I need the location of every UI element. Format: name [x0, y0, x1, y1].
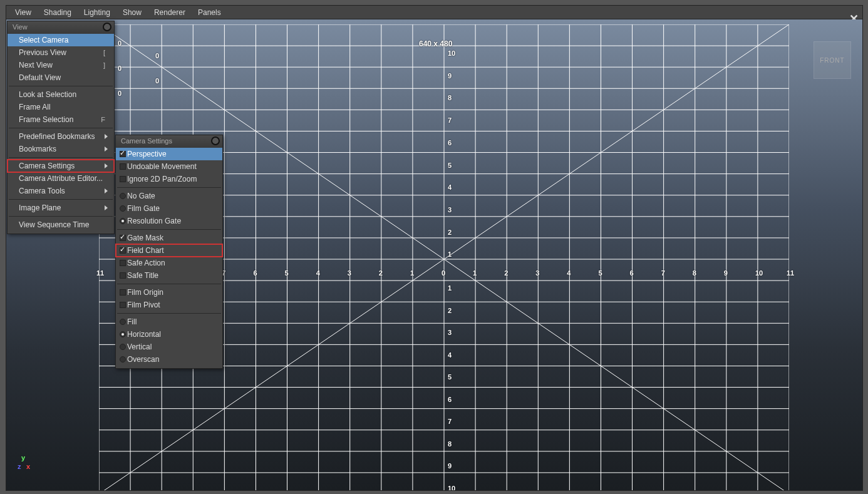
camera-settings-item[interactable]: Field Chart	[116, 244, 222, 257]
field-chart-number: 3	[448, 206, 452, 214]
checkbox-icon	[120, 289, 126, 296]
field-chart-number: 6	[448, 139, 452, 147]
radio-icon	[120, 331, 126, 337]
camera-settings-menu: Camera Settings PerspectiveUndoable Move…	[115, 135, 223, 369]
field-chart-number: 6	[448, 396, 452, 403]
checkbox-icon	[120, 247, 126, 254]
radio-icon	[120, 205, 126, 212]
camera-settings-item[interactable]: Perspective	[116, 148, 222, 160]
menu-item-label: Previous View	[19, 48, 66, 57]
view-menu-item[interactable]: Camera Attribute Editor...	[8, 172, 114, 185]
camera-settings-item[interactable]: Resolution Gate	[116, 215, 222, 227]
field-chart-number: 0	[118, 90, 121, 97]
menubar-item-renderer[interactable]: Renderer	[148, 6, 192, 19]
menu-item-label: Safe Action	[127, 259, 165, 267]
view-menu-item[interactable]: View Sequence Time	[8, 219, 114, 231]
menu-item-label: Field Chart	[127, 246, 164, 255]
field-chart-number: 9	[448, 462, 452, 470]
field-chart-number: 0	[118, 64, 121, 72]
menu-item-label: Undoable Movement	[127, 162, 197, 171]
view-menu-item[interactable]: Bookmarks	[8, 143, 114, 155]
camera-settings-item[interactable]: Overscan	[116, 353, 222, 366]
menu-item-label: Camera Attribute Editor...	[19, 174, 103, 183]
camera-settings-item[interactable]: Fill	[116, 316, 222, 328]
tearoff-pin-icon[interactable]	[103, 23, 111, 31]
menu-item-label: Default View	[19, 73, 61, 82]
camera-settings-item[interactable]: Gate Mask	[116, 232, 222, 244]
field-chart-number: 7	[448, 418, 452, 425]
field-chart-number: 2	[504, 269, 508, 277]
menu-item-label: Camera Settings	[19, 162, 75, 170]
view-menu-item[interactable]: Default View	[8, 71, 114, 84]
viewcube[interactable]: FRONT	[814, 41, 851, 79]
menu-item-label: Horizontal	[127, 330, 161, 339]
submenu-arrow-icon	[105, 205, 108, 210]
menu-item-label: Image Plane	[19, 203, 61, 212]
menubar-item-shading[interactable]: Shading	[38, 6, 78, 19]
field-chart-number: 0	[155, 77, 159, 85]
camera-settings-item[interactable]: No Gate	[116, 190, 222, 202]
field-chart-number: 2	[448, 307, 452, 314]
view-menu-item[interactable]: Select Camera	[8, 34, 114, 46]
menu-item-label: Film Gate	[127, 204, 160, 213]
menu-item-label: Bookmarks	[19, 145, 56, 153]
menu-item-label: Overscan	[127, 355, 159, 364]
checkbox-icon	[120, 163, 126, 170]
view-menu-item[interactable]: Previous View[	[8, 46, 114, 59]
menu-item-label: Safe Title	[127, 271, 158, 280]
menu-item-label: Gate Mask	[127, 234, 163, 242]
camera-settings-item[interactable]: Undoable Movement	[116, 160, 222, 173]
menu-item-label: Camera Tools	[19, 187, 65, 195]
field-chart-number: 4	[316, 269, 320, 277]
field-chart-number: 4	[567, 269, 571, 277]
menu-item-label: No Gate	[127, 192, 155, 200]
camera-settings-item[interactable]: Ignore 2D Pan/Zoom	[116, 173, 222, 185]
menubar-item-lighting[interactable]: Lighting	[78, 6, 116, 19]
field-chart-number: 3	[348, 269, 351, 277]
menu-item-label: Select Camera	[19, 36, 68, 44]
view-menu-item[interactable]: Predefined Bookmarks	[8, 130, 114, 143]
axis-y-icon: y	[21, 454, 25, 461]
panel-menubar: View Shading Lighting Show Renderer Pane…	[6, 6, 862, 19]
checkbox-icon	[120, 302, 126, 308]
view-menu-item[interactable]: Image Plane	[8, 202, 114, 214]
menu-item-label: Next View	[19, 61, 53, 69]
camera-settings-item[interactable]: Film Gate	[116, 202, 222, 215]
field-chart-number: 0	[155, 52, 159, 59]
camera-settings-item[interactable]: Vertical	[116, 341, 222, 353]
menubar-item-panels[interactable]: Panels	[192, 6, 227, 19]
menu-item-label: Look at Selection	[19, 90, 76, 99]
camera-settings-item[interactable]: Safe Action	[116, 257, 222, 269]
field-chart-number: 8	[693, 269, 696, 277]
camera-settings-item[interactable]: Horizontal	[116, 328, 222, 341]
field-chart-number: 1	[473, 269, 477, 277]
camera-settings-item[interactable]: Safe Title	[116, 269, 222, 282]
field-chart-number: 0	[442, 269, 445, 277]
submenu-arrow-icon	[105, 134, 108, 139]
menu-item-label: Fill	[127, 317, 137, 326]
view-menu-item[interactable]: Frame All	[8, 101, 114, 113]
view-menu-item[interactable]: Look at Selection	[8, 88, 114, 101]
checkbox-icon	[120, 151, 126, 157]
view-menu-item[interactable]: Next View]	[8, 59, 114, 71]
field-chart-number: 10	[448, 485, 455, 491]
view-menu-item[interactable]: Camera Tools	[8, 185, 114, 197]
tearoff-pin-icon[interactable]	[211, 136, 220, 145]
view-menu-item[interactable]: Frame SelectionF	[8, 113, 114, 126]
axis-x-icon: x	[26, 463, 30, 470]
field-chart-number: 3	[448, 329, 452, 336]
field-chart-number: 5	[448, 162, 452, 169]
submenu-arrow-icon	[105, 188, 108, 193]
field-chart-number: 5	[448, 373, 452, 381]
field-chart-number: 7	[661, 269, 665, 277]
camera-settings-item[interactable]: Film Pivot	[116, 299, 222, 311]
field-chart-number: 11	[96, 269, 104, 277]
resolution-label: 640 x 480	[419, 39, 452, 48]
menubar-item-show[interactable]: Show	[116, 6, 148, 19]
view-menu-item[interactable]: Camera Settings	[8, 160, 114, 172]
menubar-item-view[interactable]: View	[9, 6, 38, 19]
field-chart-number: 10	[448, 49, 455, 57]
menu-item-label: Frame Selection	[19, 115, 73, 124]
camera-settings-item[interactable]: Film Origin	[116, 286, 222, 299]
field-chart-number: 9	[724, 269, 728, 277]
